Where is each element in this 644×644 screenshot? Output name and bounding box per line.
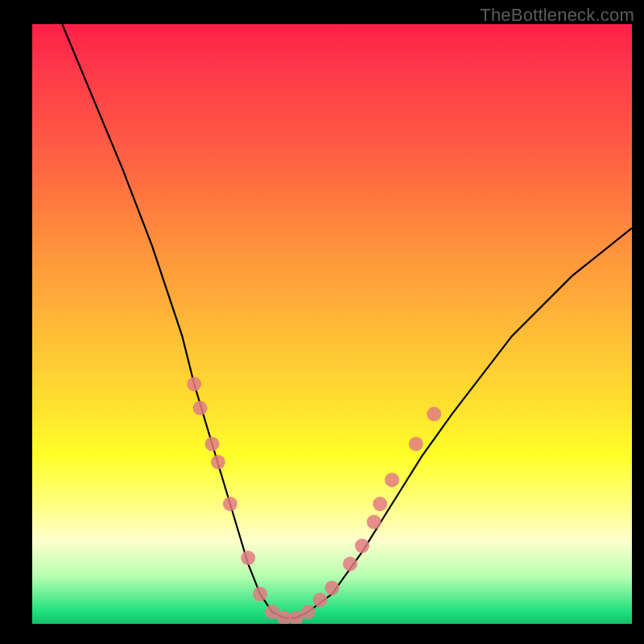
curve-marker [313, 592, 328, 607]
curve-marker [289, 611, 303, 625]
curve-marker [409, 437, 423, 452]
curve-marker [277, 611, 291, 625]
curve-marker [343, 557, 357, 572]
bottleneck-curve [32, 24, 632, 624]
curve-marker [301, 605, 316, 619]
curve-markers [187, 377, 441, 624]
curve-marker [211, 455, 225, 469]
curve-marker [193, 401, 208, 415]
curve-marker [325, 580, 340, 595]
curve-marker [223, 497, 237, 511]
curve-marker [205, 437, 220, 452]
curve-marker [241, 551, 255, 565]
curve-marker [253, 587, 267, 601]
curve-marker [373, 497, 387, 511]
chart-frame: TheBottleneck.com [0, 0, 644, 644]
curve-line [62, 24, 632, 618]
curve-marker [367, 514, 382, 529]
curve-marker [427, 407, 441, 421]
curve-marker [355, 539, 369, 553]
curve-marker [265, 605, 279, 619]
curve-marker [187, 377, 201, 391]
curve-marker [385, 473, 399, 487]
chart-plot-area [32, 24, 632, 624]
watermark-text: TheBottleneck.com [480, 5, 634, 26]
